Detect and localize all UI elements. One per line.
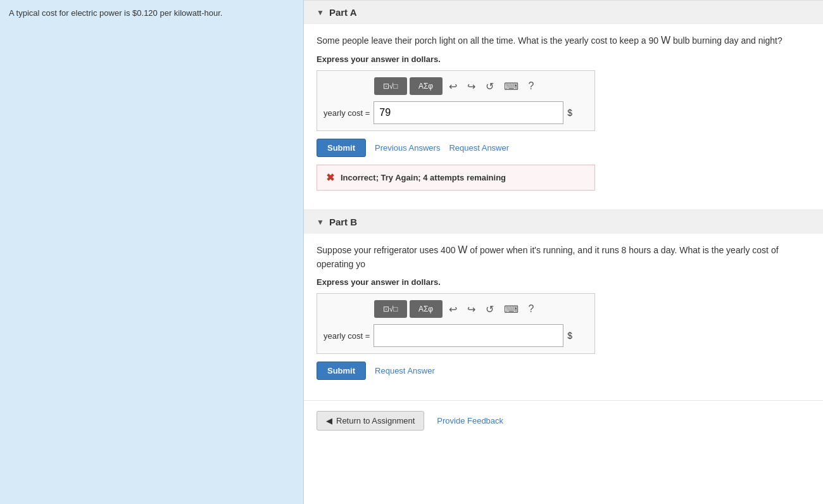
part-a-previous-answers-link[interactable]: Previous Answers	[375, 143, 440, 153]
part-a-error-icon: ✖	[326, 172, 334, 184]
part-b-yearly-cost-label: yearly cost =	[324, 331, 370, 341]
part-a-answer-container: ⊡√□ ΑΣφ ↩ ↪ ↺ ⌨ ? yearly cost = $	[317, 70, 595, 131]
part-a-undo-btn[interactable]: ↩	[445, 77, 461, 95]
return-arrow-icon: ◀	[326, 416, 332, 425]
part-b-help-btn[interactable]: ?	[525, 300, 538, 318]
part-a-submit-button[interactable]: Submit	[317, 139, 366, 157]
part-a-question: Some people leave their porch light on a…	[317, 33, 810, 48]
part-b-toolbar: ⊡√□ ΑΣφ ↩ ↪ ↺ ⌨ ?	[324, 300, 588, 318]
return-label: Return to Assignment	[336, 416, 415, 425]
part-b-title: Part B	[329, 217, 357, 227]
part-a-header: ▼ Part A	[304, 1, 823, 24]
part-b-redo-btn[interactable]: ↪	[463, 300, 479, 318]
part-b-keyboard-btn[interactable]: ⌨	[500, 300, 522, 318]
part-a-buttons-row: Submit Previous Answers Request Answer	[317, 139, 810, 157]
part-b-section: ▼ Part B Suppose your refrigerator uses …	[304, 210, 823, 401]
part-b-buttons-row: Submit Request Answer	[317, 362, 810, 380]
part-a-keyboard-btn[interactable]: ⌨	[500, 77, 522, 95]
return-to-assignment-button[interactable]: ◀ Return to Assignment	[317, 411, 424, 431]
page-footer: ◀ Return to Assignment Provide Feedback	[304, 401, 823, 441]
part-b-dollar-sign: $	[567, 331, 572, 341]
part-b-symbol-btn[interactable]: ΑΣφ	[410, 300, 443, 318]
part-a-title: Part A	[329, 7, 357, 18]
sidebar-info-text: A typical cost for electric power is $0.…	[9, 8, 222, 18]
part-b-collapse-arrow[interactable]: ▼	[317, 218, 324, 227]
part-b-answer-container: ⊡√□ ΑΣφ ↩ ↪ ↺ ⌨ ? yearly cost = $	[317, 293, 595, 354]
part-b-submit-button[interactable]: Submit	[317, 362, 366, 380]
part-a-refresh-btn[interactable]: ↺	[482, 77, 498, 95]
part-b-undo-btn[interactable]: ↩	[445, 300, 461, 318]
part-a-error-message: Incorrect; Try Again; 4 attempts remaini…	[341, 173, 506, 182]
part-a-help-btn[interactable]: ?	[525, 77, 538, 95]
part-a-request-answer-link[interactable]: Request Answer	[449, 143, 509, 153]
part-b-input-row: yearly cost = $	[324, 324, 588, 347]
part-b-answer-instruction: Express your answer in dollars.	[317, 277, 810, 287]
part-a-yearly-cost-label: yearly cost =	[324, 108, 370, 118]
main-content: ▼ Part A Some people leave their porch l…	[304, 0, 823, 504]
part-a-input-row: yearly cost = $	[324, 101, 588, 124]
part-a-section: ▼ Part A Some people leave their porch l…	[304, 1, 823, 210]
part-b-question: Suppose your refrigerator uses 400 W of …	[317, 243, 810, 271]
part-a-collapse-arrow[interactable]: ▼	[317, 8, 324, 17]
part-a-answer-input[interactable]	[374, 101, 563, 124]
part-b-header: ▼ Part B	[304, 210, 823, 234]
part-b-request-answer-link[interactable]: Request Answer	[375, 366, 435, 375]
part-a-answer-instruction: Express your answer in dollars.	[317, 54, 810, 64]
part-b-refresh-btn[interactable]: ↺	[482, 300, 498, 318]
part-a-symbol-btn[interactable]: ΑΣφ	[410, 77, 443, 95]
part-a-dollar-sign: $	[567, 108, 572, 118]
part-a-redo-btn[interactable]: ↪	[463, 77, 479, 95]
part-a-error-box: ✖ Incorrect; Try Again; 4 attempts remai…	[317, 165, 595, 191]
provide-feedback-link[interactable]: Provide Feedback	[437, 416, 503, 425]
part-a-math-btn[interactable]: ⊡√□	[374, 77, 407, 95]
part-b-math-btn[interactable]: ⊡√□	[374, 300, 407, 318]
sidebar: A typical cost for electric power is $0.…	[0, 0, 304, 504]
part-a-toolbar: ⊡√□ ΑΣφ ↩ ↪ ↺ ⌨ ?	[324, 77, 588, 95]
part-b-answer-input[interactable]	[374, 324, 563, 347]
